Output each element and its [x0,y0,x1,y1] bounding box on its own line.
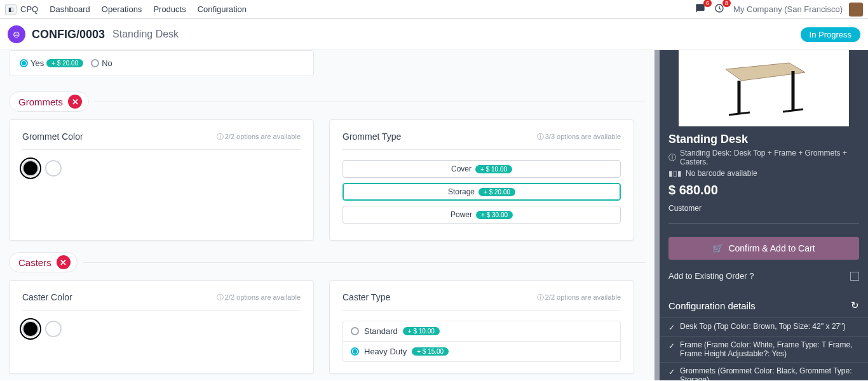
info-icon: ⓘ [537,293,544,302]
info-icon: ⓘ [217,132,224,142]
grommet-color-title: Grommet Color [22,131,83,142]
check-icon: ✓ [668,323,675,332]
section-grommets-title: Grommets [18,97,63,107]
detail-grommets: ✓ Grommets (Grommet Color: Black, Gromme… [660,362,868,380]
sidebar-product-name: Standing Desk [660,126,868,149]
radio-selected-icon [20,59,28,67]
check-icon: ✓ [668,368,675,377]
option-no[interactable]: No [91,58,112,68]
grommet-color-hint: ⓘ2/2 options are available [217,132,301,142]
caster-type-hint: ⓘ2/2 options are available [537,293,621,302]
detail-frame: ✓ Frame (Frame Color: White, Frame Type:… [660,336,868,362]
barcode-icon: ▮▯▮ [668,169,682,178]
messages-icon[interactable]: 6 [695,3,705,15]
nav-dashboard[interactable]: Dashboard [50,4,90,14]
cart-icon: 🛒 [712,243,723,253]
caster-type-card: Caster Type ⓘ2/2 options are available S… [329,280,634,374]
app-logo-icon: ◧ [5,4,17,15]
config-details-header: Configuration details ↻ [660,293,868,318]
detail-desk-top: ✓ Desk Top (Top Color: Brown, Top Size: … [660,318,868,336]
nav-configuration[interactable]: Configuration [198,4,247,14]
add-to-existing-order[interactable]: Add to Existing Order ? [660,266,868,286]
radio-empty-icon [91,59,99,67]
info-icon: ⓘ [668,152,676,163]
sidebar-description: ⓘ Standing Desk: Desk Top + Frame + Grom… [660,149,868,169]
info-icon: ⓘ [217,293,224,302]
grommet-type-title: Grommet Type [342,131,401,142]
confirm-add-cart-button[interactable]: 🛒 Confirm & Add to Cart [668,237,859,260]
sidebar-barcode: ▮▯▮ No barcode available [660,169,868,180]
caster-color-hint: ⓘ2/2 options are available [217,293,301,302]
option-no-label: No [102,58,112,68]
caster-color-title: Caster Color [22,292,72,302]
grommet-color-card: Grommet Color ⓘ2/2 options are available [9,119,314,241]
product-image [679,50,849,126]
config-id: CONFIG/0003 [32,28,105,41]
user-avatar[interactable] [849,3,863,17]
height-adjustable-card: Yes + $ 20.00 No [9,50,314,76]
activities-icon[interactable]: 8 [714,3,724,15]
option-yes-label: Yes [31,58,44,68]
nav-products[interactable]: Products [153,4,186,14]
info-icon: ⓘ [537,132,544,142]
caster-type-heavy-duty[interactable]: Heavy Duty + $ 15.00 [343,342,620,361]
caster-type-standard[interactable]: Standard + $ 10.00 [343,321,620,342]
radio-selected-icon [351,347,359,356]
swatch-black[interactable] [22,160,39,177]
option-yes[interactable]: Yes + $ 20.00 [20,58,83,68]
status-badge: In Progress [801,27,860,42]
desk-illustration-icon [719,50,808,126]
swatch-white[interactable] [45,160,62,177]
radio-empty-icon [351,327,359,335]
section-casters-title: Casters [18,257,51,268]
checkbox-empty-icon [850,272,859,281]
grommet-type-cover[interactable]: Cover + $ 10.00 [342,160,621,178]
top-nav: ◧ CPQ Dashboard Operations Products Conf… [0,0,868,19]
refresh-icon[interactable]: ↻ [851,300,859,311]
check-icon: ✓ [668,342,675,351]
company-selector[interactable]: My Company (San Francisco) [733,4,843,14]
summary-sidebar: Standing Desk ⓘ Standing Desk: Desk Top … [654,50,868,380]
main-content: Yes + $ 20.00 No Grommets ✕ [0,50,654,380]
caster-type-title: Caster Type [342,292,390,302]
nav-operations[interactable]: Operations [102,4,142,14]
config-product-name: Standing Desk [112,29,179,40]
customer-label: Customer [668,204,702,213]
activities-badge: 8 [722,0,731,7]
grommet-type-storage[interactable]: Storage + $ 20.00 [342,183,621,201]
sidebar-price: $ 680.00 [660,180,868,204]
caster-swatch-black[interactable] [22,321,39,337]
option-yes-price: + $ 20.00 [46,59,83,67]
messages-badge: 6 [703,0,712,7]
section-grommets-header: Grommets ✕ [9,91,646,112]
section-casters-header: Casters ✕ [9,252,646,272]
customer-input[interactable] [668,214,859,224]
caster-swatch-white[interactable] [45,321,62,337]
breadcrumb-header: ⊜ CONFIG/0003 Standing Desk In Progress [0,19,868,50]
caster-color-card: Caster Color ⓘ2/2 options are available [9,280,314,374]
remove-casters-button[interactable]: ✕ [57,255,71,269]
config-icon: ⊜ [8,25,25,43]
app-name[interactable]: CPQ [20,4,38,14]
grommet-type-power[interactable]: Power + $ 30.00 [342,206,621,224]
grommet-type-hint: ⓘ3/3 options are available [537,132,621,142]
remove-grommets-button[interactable]: ✕ [68,95,82,109]
grommet-type-card: Grommet Type ⓘ3/3 options are available … [329,119,634,241]
